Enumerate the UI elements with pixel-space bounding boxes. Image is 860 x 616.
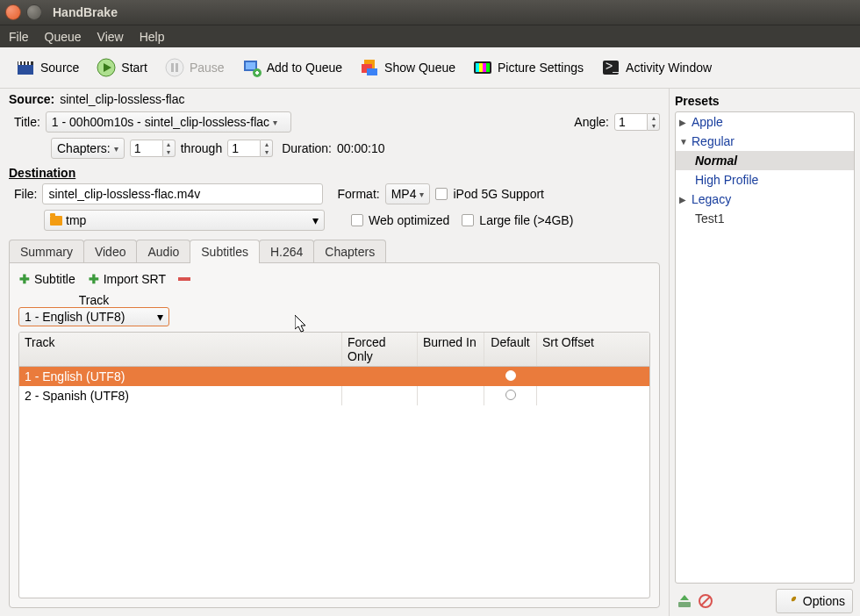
preset-test1[interactable]: Test1 bbox=[676, 209, 854, 228]
svg-rect-15 bbox=[256, 71, 258, 75]
import-srt-button[interactable]: ✚ Import SRT bbox=[88, 272, 166, 286]
svg-point-8 bbox=[166, 59, 183, 76]
track-header-label: Track bbox=[18, 293, 169, 307]
duration-label: Duration: bbox=[282, 141, 332, 155]
svg-rect-5 bbox=[29, 61, 31, 65]
radio-on-icon[interactable] bbox=[505, 370, 516, 381]
table-row[interactable]: 1 - English (UTF8) bbox=[19, 367, 649, 386]
window-minimize-button[interactable] bbox=[26, 4, 42, 20]
title-dropdown[interactable]: 1 - 00h00m10s - sintel_clip-lossless-fla… bbox=[46, 111, 291, 133]
angle-spinner[interactable]: ▴▾ bbox=[614, 113, 660, 131]
add-subtitle-button[interactable]: ✚ Subtitle bbox=[18, 272, 75, 286]
chapter-to-spinner[interactable]: ▴▾ bbox=[227, 140, 273, 157]
menu-view[interactable]: View bbox=[97, 30, 124, 44]
web-checkbox[interactable] bbox=[351, 214, 363, 226]
chapter-from-input[interactable] bbox=[130, 140, 163, 157]
col-burned[interactable]: Burned In bbox=[418, 333, 484, 366]
svg-rect-4 bbox=[25, 61, 27, 65]
menu-help[interactable]: Help bbox=[140, 30, 165, 44]
large-checkbox[interactable] bbox=[462, 214, 474, 226]
toolbar-activity-button[interactable]: >_ Activity Window bbox=[594, 54, 719, 81]
col-offset[interactable]: Srt Offset bbox=[537, 333, 649, 366]
remove-subtitle-button[interactable] bbox=[178, 277, 190, 281]
file-input[interactable] bbox=[42, 183, 323, 204]
show-queue-icon bbox=[360, 58, 379, 77]
save-preset-button[interactable] bbox=[677, 593, 692, 609]
chapter-to-input[interactable] bbox=[227, 140, 261, 157]
svg-line-29 bbox=[701, 597, 710, 605]
chevron-down-icon: ▾ bbox=[312, 213, 319, 227]
toolbar-showqueue-label: Show Queue bbox=[384, 61, 455, 75]
title-value: 1 - 00h00m10s - sintel_clip-lossless-fla… bbox=[52, 115, 269, 129]
chevron-down-icon: ▾ bbox=[273, 118, 277, 127]
angle-input[interactable] bbox=[614, 113, 648, 131]
toolbar-source-label: Source bbox=[40, 61, 79, 75]
tab-h264[interactable]: H.264 bbox=[259, 240, 314, 263]
track-dropdown-value: 1 - English (UTF8) bbox=[25, 310, 125, 324]
svg-rect-9 bbox=[171, 63, 174, 72]
presets-list[interactable]: ▶Apple ▼Regular Normal High Profile ▶Leg… bbox=[675, 111, 855, 584]
presets-header: Presets bbox=[675, 92, 855, 111]
options-label: Options bbox=[803, 594, 845, 608]
col-forced[interactable]: Forced Only bbox=[342, 333, 418, 366]
tab-subtitles[interactable]: Subtitles bbox=[190, 240, 260, 263]
tab-summary[interactable]: Summary bbox=[9, 240, 84, 263]
menu-queue[interactable]: Queue bbox=[45, 30, 82, 44]
tab-video[interactable]: Video bbox=[83, 240, 138, 263]
large-label: Large file (>4GB) bbox=[479, 213, 573, 227]
toolbar-start-button[interactable]: Start bbox=[90, 54, 154, 81]
import-srt-label: Import SRT bbox=[104, 272, 166, 286]
preset-legacy[interactable]: ▶Legacy bbox=[676, 190, 854, 209]
svg-rect-20 bbox=[476, 63, 479, 72]
tab-chapters[interactable]: Chapters bbox=[313, 240, 386, 263]
svg-rect-21 bbox=[479, 63, 483, 72]
web-label: Web optimized bbox=[369, 213, 449, 227]
toolbar-activity-label: Activity Window bbox=[626, 61, 712, 75]
add-subtitle-label: Subtitle bbox=[34, 272, 75, 286]
chapters-label: Chapters: bbox=[57, 141, 111, 155]
preset-regular[interactable]: ▼Regular bbox=[676, 132, 854, 151]
triangle-right-icon: ▶ bbox=[679, 195, 688, 204]
toolbar-addqueue-button[interactable]: Add to Queue bbox=[235, 54, 349, 81]
source-value: sintel_clip-lossless-flac bbox=[60, 92, 184, 106]
toolbar-picture-button[interactable]: Picture Settings bbox=[466, 54, 591, 81]
delete-preset-button[interactable] bbox=[698, 593, 713, 609]
col-track[interactable]: Track bbox=[19, 333, 342, 366]
title-label: Title: bbox=[14, 115, 40, 129]
play-icon bbox=[97, 58, 116, 77]
pause-icon bbox=[165, 58, 184, 77]
toolbar-pause-button: Pause bbox=[158, 54, 232, 81]
options-button[interactable]: Options bbox=[776, 589, 853, 613]
menu-file[interactable]: File bbox=[9, 30, 29, 44]
ipod-checkbox[interactable] bbox=[435, 188, 448, 200]
format-label: Format: bbox=[337, 187, 379, 201]
angle-label: Angle: bbox=[574, 115, 609, 129]
terminal-icon: >_ bbox=[601, 58, 620, 77]
spin-up-icon[interactable]: ▴ bbox=[648, 114, 659, 122]
radio-off-icon[interactable] bbox=[505, 390, 516, 400]
format-dropdown[interactable]: MP4 ▾ bbox=[385, 183, 431, 204]
plus-icon: ✚ bbox=[18, 273, 31, 285]
file-label: File: bbox=[14, 187, 37, 201]
col-default[interactable]: Default bbox=[484, 333, 537, 366]
toolbar-showqueue-button[interactable]: Show Queue bbox=[353, 54, 462, 81]
window-close-button[interactable] bbox=[5, 4, 21, 20]
tab-audio[interactable]: Audio bbox=[136, 240, 190, 263]
spin-down-icon[interactable]: ▾ bbox=[648, 122, 659, 130]
preset-normal[interactable]: Normal bbox=[676, 151, 854, 170]
table-row[interactable]: 2 - Spanish (UTF8) bbox=[19, 386, 649, 405]
track-dropdown[interactable]: 1 - English (UTF8) ▾ bbox=[18, 307, 169, 326]
through-label: through bbox=[181, 141, 222, 155]
folder-dropdown[interactable]: tmp ▾ bbox=[44, 210, 325, 231]
svg-marker-27 bbox=[680, 595, 689, 600]
toolbar-start-label: Start bbox=[121, 61, 147, 75]
toolbar-source-button[interactable]: Source bbox=[9, 54, 86, 81]
folder-value: tmp bbox=[66, 213, 86, 227]
chevron-down-icon: ▾ bbox=[114, 144, 118, 154]
wrench-icon bbox=[784, 593, 799, 609]
folder-icon bbox=[50, 216, 62, 226]
preset-high[interactable]: High Profile bbox=[676, 170, 854, 190]
chapters-dropdown[interactable]: Chapters: ▾ bbox=[51, 138, 125, 159]
preset-apple[interactable]: ▶Apple bbox=[676, 112, 854, 132]
chapter-from-spinner[interactable]: ▴▾ bbox=[130, 140, 176, 157]
